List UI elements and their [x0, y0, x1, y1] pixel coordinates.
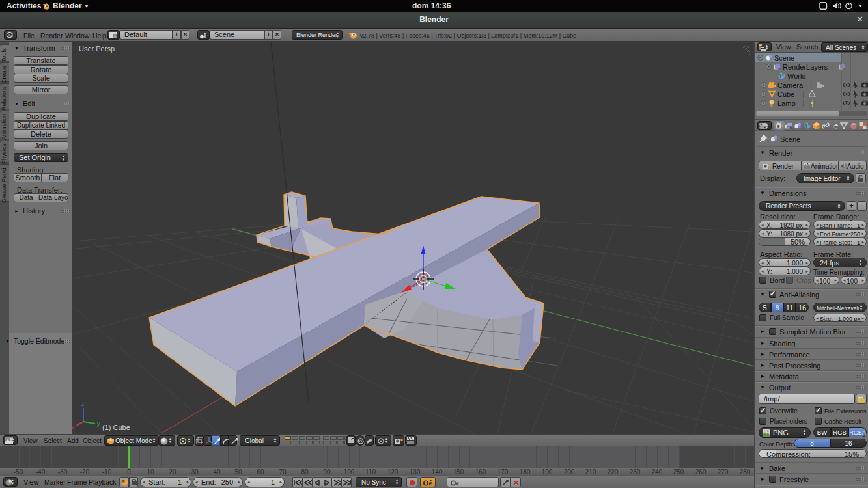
svg-text:z: z	[81, 401, 85, 407]
svg-text:x: x	[72, 424, 74, 431]
svg-text:y: y	[97, 420, 100, 427]
svg-text:(1) Cube: (1) Cube	[102, 424, 130, 431]
svg-text:User Persp: User Persp	[79, 45, 115, 53]
